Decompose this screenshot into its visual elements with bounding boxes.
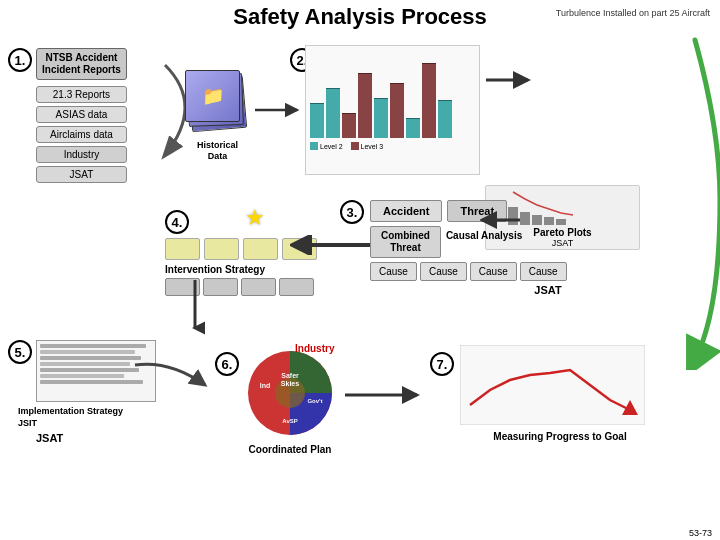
step1-number: 1. — [8, 48, 32, 72]
sidebar-item-asias: ASIAS data — [36, 106, 127, 123]
sidebar-item-airclaims: Airclaims data — [36, 126, 127, 143]
industry-label: Industry — [295, 343, 334, 354]
svg-text:AvSP: AvSP — [282, 418, 297, 424]
step6-to-step7-arrow — [345, 385, 425, 405]
cause-box-2: Cause — [420, 262, 467, 281]
step3-area: Accident Threat Combined Threat Causal A… — [370, 200, 567, 296]
step4-star: ★ — [245, 205, 265, 231]
legend-item-2: Level 3 — [361, 143, 384, 150]
sidebar-item-jsat: JSAT — [36, 166, 127, 183]
page-subtitle: Turbulence Installed on part 25 Aircraft — [556, 8, 710, 18]
step6-area: Safer Skies Gov't AvSP Ind Industry Coor… — [245, 348, 335, 455]
step6-number: 6. — [215, 352, 239, 376]
page-title: Safety Analysis Process — [233, 4, 487, 29]
step1-section: 1. NTSB Accident Incident Reports 21.3 R… — [8, 48, 127, 183]
svg-text:Safer: Safer — [281, 372, 299, 379]
cause-box-1: Cause — [370, 262, 417, 281]
chart-legend: Level 2 Level 3 — [310, 140, 475, 150]
step5-jsat: JSAT — [36, 432, 156, 444]
chart-to-pareto-arrow — [486, 70, 536, 90]
progress-chart — [460, 345, 645, 425]
svg-text:Skies: Skies — [281, 380, 299, 387]
step4-down-arrow — [185, 280, 205, 335]
measuring-label: Measuring Progress to Goal — [460, 431, 660, 442]
coordinated-label: Coordinated Plan — [245, 444, 335, 455]
legend-item-1: Level 2 — [320, 143, 343, 150]
causal-label: Causal Analysis — [446, 230, 522, 241]
step3-number: 3. — [340, 200, 364, 224]
svg-text:Gov't: Gov't — [307, 398, 322, 404]
cause-box-3: Cause — [470, 262, 517, 281]
svg-text:Ind: Ind — [260, 382, 271, 389]
step7-number: 7. — [430, 352, 454, 376]
pareto-to-step3-arrow — [480, 210, 520, 230]
step3-to-step4-arrow — [290, 235, 370, 255]
step3-jsat: JSAT — [370, 284, 567, 296]
green-curved-arrow — [665, 30, 720, 370]
accident-box: Accident — [370, 200, 442, 222]
intervention-label: Intervention Strategy — [165, 264, 317, 275]
ntsb-box: NTSB Accident Incident Reports — [36, 48, 127, 80]
combined-box: Combined Threat — [370, 226, 441, 258]
sidebar-items: 21.3 Reports ASIAS data Airclaims data I… — [36, 86, 127, 183]
sidebar-item-reports: 21.3 Reports — [36, 86, 127, 103]
historical-label: Historical Data — [185, 140, 250, 162]
step5-to-step6-arrow — [130, 355, 210, 415]
cause-box-4: Cause — [520, 262, 567, 281]
page-header: Safety Analysis Process Turbulence Insta… — [0, 0, 720, 32]
svg-rect-17 — [460, 345, 645, 425]
historical-data-area: 📁 Historical Data — [185, 70, 250, 162]
step5-number: 5. — [8, 340, 32, 364]
step7-area: Measuring Progress to Goal — [460, 345, 660, 435]
causes-row: Cause Cause Cause Cause — [370, 262, 567, 281]
sidebar-item-industry: Industry — [36, 146, 127, 163]
bar-chart: Level 2 Level 3 — [305, 45, 480, 175]
step4-number: 4. — [165, 210, 189, 234]
hist-to-chart-arrow — [255, 100, 305, 120]
page-number: 53-73 — [689, 528, 712, 538]
coordinated-plan-circle: Safer Skies Gov't AvSP Ind — [245, 348, 335, 438]
